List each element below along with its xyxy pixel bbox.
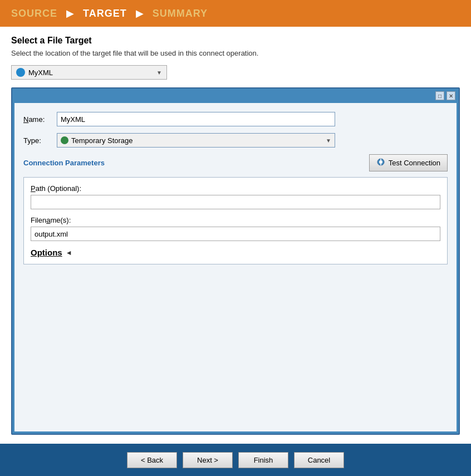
dialog-body: Name: Type: Temporary Storage ▼ Connecti…: [14, 103, 457, 431]
page-title: Select a File Target: [11, 36, 460, 46]
test-connection-label: Test Connection: [389, 159, 440, 167]
nav-arrow-2: ▶: [136, 7, 144, 19]
file-target-dropdown[interactable]: MyXML ▼: [11, 65, 167, 80]
type-globe-icon: [61, 136, 68, 144]
page-subtitle: Select the location of the target file t…: [11, 49, 460, 57]
top-dropdown-wrap: MyXML ▼: [11, 65, 460, 80]
globe-icon: [16, 68, 25, 77]
name-field-row: Name:: [23, 112, 448, 126]
finish-button[interactable]: Finish: [238, 452, 288, 468]
type-dropdown[interactable]: Temporary Storage ▼: [57, 133, 335, 148]
nav-target: TARGET: [83, 8, 127, 19]
filename-input[interactable]: [31, 227, 440, 241]
filename-label: Filename(s):: [31, 216, 440, 224]
options-label: Options: [31, 248, 62, 257]
conn-params-section: Connection Parameters Test Connection: [23, 154, 448, 264]
next-button[interactable]: Next >: [183, 452, 233, 468]
type-field-row: Type: Temporary Storage ▼: [23, 133, 448, 148]
conn-params-title: Connection Parameters: [23, 159, 105, 167]
nav-summary: SUMMARY: [153, 8, 208, 19]
name-label: Name:: [23, 115, 51, 124]
nav-arrow-1: ▶: [66, 7, 74, 19]
back-button[interactable]: < Back: [127, 452, 177, 468]
dialog-title-icons: □ ✕: [435, 91, 455, 100]
top-dropdown-arrow-icon: ▼: [156, 70, 162, 76]
main-content: Select a File Target Select the location…: [0, 27, 471, 444]
type-label: Type:: [23, 136, 51, 145]
test-connection-icon: [376, 158, 385, 168]
path-label: Path (Optional):: [31, 184, 440, 193]
nav-source: SOURCE: [11, 8, 57, 19]
filename-field: Filename(s):: [31, 216, 440, 241]
path-input[interactable]: [31, 195, 440, 209]
params-box: Path (Optional): Filename(s): Options: [23, 177, 448, 264]
dialog-box: □ ✕ Name: Type: Temporary Storage ▼: [11, 87, 460, 435]
top-dropdown-label: MyXML: [28, 68, 156, 77]
svg-point-1: [379, 160, 382, 164]
dialog-restore-button[interactable]: □: [435, 91, 444, 100]
name-input[interactable]: [57, 112, 335, 126]
options-row[interactable]: Options ◄: [31, 248, 440, 257]
cancel-button[interactable]: Cancel: [294, 452, 344, 468]
dialog-close-button[interactable]: ✕: [447, 91, 455, 100]
type-dropdown-arrow-icon: ▼: [326, 138, 331, 144]
test-connection-button[interactable]: Test Connection: [369, 154, 448, 171]
type-dropdown-label: Temporary Storage: [71, 136, 326, 145]
top-navigation: SOURCE ▶ TARGET ▶ SUMMARY: [0, 0, 471, 27]
options-arrow-icon: ◄: [66, 249, 72, 257]
dialog-titlebar: □ ✕: [12, 89, 459, 103]
path-field: Path (Optional):: [31, 184, 440, 209]
bottom-button-bar: < Back Next > Finish Cancel: [0, 444, 471, 476]
